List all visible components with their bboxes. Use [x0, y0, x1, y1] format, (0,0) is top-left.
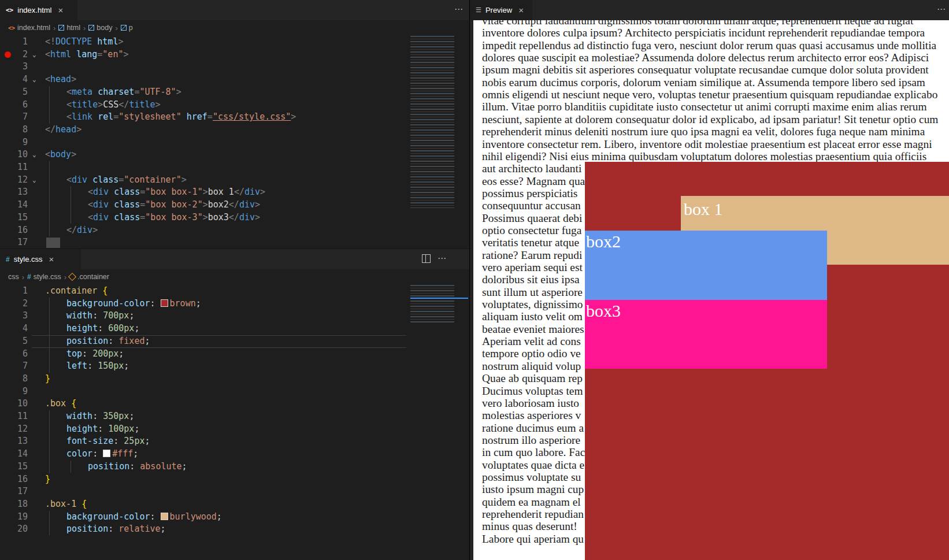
close-icon[interactable]: × — [49, 254, 54, 264]
breadcrumb-item-p[interactable]: p — [121, 24, 133, 32]
code-line[interactable]: 12⌄<div class="container"> — [0, 174, 410, 187]
line-number[interactable]: 11 — [0, 161, 28, 174]
code-line[interactable]: 2⌄<html lang="en"> — [0, 49, 410, 61]
line-number[interactable]: 7 — [0, 111, 28, 124]
line-number[interactable]: 19 — [0, 511, 28, 524]
line-number[interactable]: 18 — [0, 498, 28, 511]
line-number[interactable]: 16 — [0, 473, 28, 486]
line-number[interactable]: 2 — [0, 298, 28, 310]
line-number[interactable]: 5 — [0, 86, 28, 99]
preview-page[interactable]: vitae corrupti laudantium dignissimos to… — [473, 20, 949, 560]
code-line[interactable]: 8</head> — [0, 124, 410, 136]
line-number[interactable]: 1 — [0, 36, 28, 49]
minimap-style-css[interactable] — [410, 285, 454, 324]
breadcrumb-item-body[interactable]: body — [88, 24, 112, 32]
code-line[interactable]: 16</div> — [0, 224, 410, 237]
more-actions-icon[interactable]: ⋯ — [454, 4, 464, 14]
code-line[interactable]: 4⌄<head> — [0, 73, 410, 86]
code-line[interactable]: 11width: 350px; — [0, 410, 410, 423]
split-editor-icon[interactable] — [422, 254, 431, 263]
line-number[interactable]: 12 — [0, 423, 28, 436]
code-editor-index-html[interactable]: 1<!DOCTYPE html>2⌄<html lang="en">34⌄<he… — [0, 36, 410, 249]
line-number[interactable]: 10 — [0, 398, 28, 410]
line-number[interactable]: 9 — [0, 136, 28, 149]
code-line[interactable]: 13font-size: 25px; — [0, 435, 410, 448]
line-number[interactable]: 4 — [0, 322, 28, 335]
line-number[interactable]: 3 — [0, 310, 28, 322]
line-number[interactable]: 15 — [0, 212, 28, 224]
more-actions-icon[interactable]: ⋯ — [937, 4, 946, 14]
code-line[interactable]: 20position: relative; — [0, 523, 410, 536]
fold-chevron-icon[interactable]: ⌄ — [32, 49, 36, 61]
line-number[interactable]: 4 — [0, 73, 28, 86]
line-number[interactable]: 13 — [0, 186, 28, 199]
line-number[interactable]: 12 — [0, 174, 28, 187]
code-line[interactable]: 11 — [0, 161, 410, 174]
tab-style-css[interactable]: # style.css × — [0, 249, 81, 269]
code-line[interactable]: 14color: #fff; — [0, 448, 410, 461]
code-line[interactable]: 4height: 600px; — [0, 322, 410, 335]
code-line[interactable]: 15position: absolute; — [0, 461, 410, 473]
line-number[interactable]: 8 — [0, 373, 28, 385]
code-line[interactable]: 2background-color: brown; — [0, 298, 410, 310]
line-number[interactable]: 15 — [0, 461, 28, 473]
breadcrumb-item--container[interactable]: .container — [69, 273, 109, 281]
code-line[interactable]: 3 — [0, 61, 410, 73]
line-number[interactable]: 13 — [0, 435, 28, 448]
close-icon[interactable]: × — [518, 5, 524, 15]
tab-index-html[interactable]: <> index.html × — [0, 0, 77, 20]
code-line[interactable]: 1<!DOCTYPE html> — [0, 36, 410, 49]
line-number[interactable]: 3 — [0, 61, 28, 73]
color-swatch[interactable] — [161, 299, 168, 307]
code-line[interactable]: 19background-color: burlywood; — [0, 511, 410, 524]
line-number[interactable]: 14 — [0, 199, 28, 212]
line-number[interactable]: 16 — [0, 224, 28, 237]
line-number[interactable]: 5 — [0, 335, 28, 348]
breadcrumb-item-html[interactable]: html — [58, 24, 80, 32]
code-line[interactable]: 6top: 200px; — [0, 348, 410, 361]
minimap-index-html[interactable] — [410, 36, 454, 208]
code-line[interactable]: 6<title>CSS</title> — [0, 99, 410, 112]
line-number[interactable]: 17 — [0, 236, 28, 249]
code-line[interactable]: 7<link rel="stylesheet" href="css/style.… — [0, 111, 410, 124]
code-line[interactable]: 5<meta charset="UTF-8"> — [0, 86, 410, 99]
line-number[interactable]: 20 — [0, 523, 28, 536]
breadcrumb-item-css[interactable]: css — [8, 273, 19, 281]
code-line[interactable]: 18.box-1 { — [0, 498, 410, 511]
line-number[interactable]: 14 — [0, 448, 28, 461]
line-number[interactable]: 6 — [0, 99, 28, 112]
line-number[interactable]: 1 — [0, 285, 28, 298]
fold-chevron-icon[interactable]: ⌄ — [32, 149, 36, 161]
code-line[interactable]: 7left: 150px; — [0, 360, 410, 373]
line-number[interactable]: 8 — [0, 124, 28, 136]
code-line[interactable]: 10⌄<body> — [0, 149, 410, 161]
breadcrumb-item-index-html[interactable]: <>index.html — [8, 24, 50, 32]
code-editor-style-css[interactable]: 1.container {2background-color: brown;3w… — [0, 285, 410, 560]
tab-preview[interactable]: ☰ Preview × — [470, 0, 532, 20]
code-line[interactable]: 3width: 700px; — [0, 310, 410, 322]
line-number[interactable]: 17 — [0, 485, 28, 498]
fold-chevron-icon[interactable]: ⌄ — [32, 174, 36, 187]
code-line[interactable]: 5position: fixed; — [0, 335, 410, 348]
code-line[interactable]: 8} — [0, 373, 410, 385]
code-line[interactable]: 13<div class="box box-1">box 1</div> — [0, 186, 410, 199]
code-line[interactable]: 17 — [0, 485, 410, 498]
fold-chevron-icon[interactable]: ⌄ — [32, 73, 36, 86]
line-number[interactable]: 10 — [0, 149, 28, 161]
line-number[interactable]: 7 — [0, 360, 28, 373]
color-swatch[interactable] — [161, 513, 168, 520]
code-line[interactable]: 16} — [0, 473, 410, 486]
code-line[interactable]: 9 — [0, 136, 410, 149]
code-line[interactable]: 1.container { — [0, 285, 410, 298]
code-line[interactable]: 15<div class="box box-3">box3</div> — [0, 212, 410, 224]
code-line[interactable]: 10.box { — [0, 398, 410, 410]
color-swatch[interactable] — [103, 450, 110, 457]
more-actions-icon[interactable]: ⋯ — [438, 253, 447, 264]
code-line[interactable]: 12height: 100px; — [0, 423, 410, 436]
code-line[interactable]: 9 — [0, 385, 410, 398]
close-icon[interactable]: × — [58, 5, 64, 15]
line-number[interactable]: 9 — [0, 385, 28, 398]
code-line[interactable]: 14<div class="box box-2">box2</div> — [0, 199, 410, 212]
code-line[interactable]: 17 — [0, 236, 410, 249]
breadcrumb-item-style-css[interactable]: #style.css — [27, 273, 61, 281]
